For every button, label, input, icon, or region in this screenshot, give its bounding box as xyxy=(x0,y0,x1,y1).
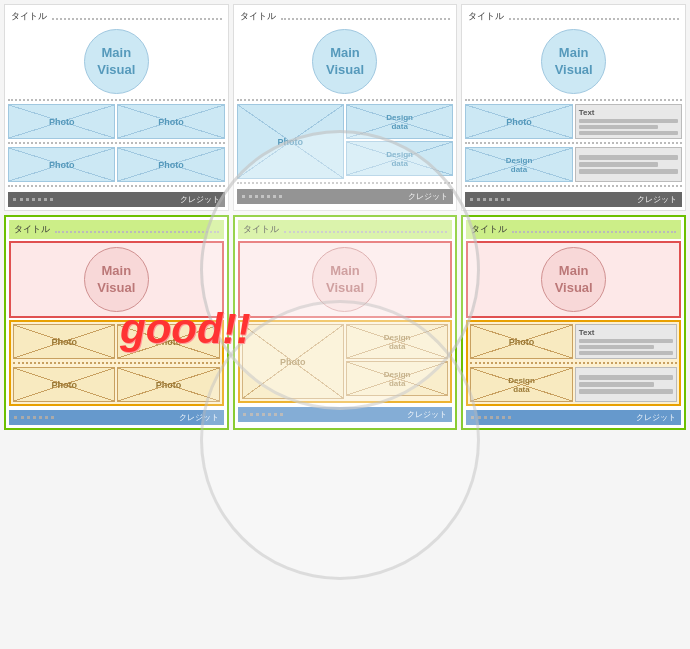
credit-bar-2: クレジット xyxy=(237,189,454,204)
sep-3 xyxy=(465,99,682,101)
bottom-credit-dots-1 xyxy=(14,416,54,419)
sep-2 xyxy=(237,99,454,101)
bottom-photo-1a: Photo xyxy=(13,324,115,359)
row-3b: Designdata xyxy=(465,147,682,182)
bottom-row-3b: Designdata xyxy=(470,367,677,402)
bottom-credit-dots-3 xyxy=(471,416,511,419)
bottom-sep-3 xyxy=(470,362,677,364)
text-col-3b xyxy=(575,147,682,182)
bottom-mv-1: MainVisual xyxy=(84,247,149,312)
title-1: タイトル xyxy=(11,10,47,23)
photo-row-1b: Photo Photo xyxy=(8,147,225,182)
text-col-3a: Text xyxy=(575,104,682,139)
main-visual-container-2: MainVisual xyxy=(237,27,454,96)
credit-label-2: クレジット xyxy=(408,191,448,202)
bottom-credit-3: クレジット xyxy=(466,410,681,425)
bottom-design-3: Designdata xyxy=(470,367,572,402)
bottom-design-2b: Designdata xyxy=(346,361,448,396)
credit-label-1: クレジット xyxy=(180,194,220,205)
row-3a: Photo Text xyxy=(465,104,682,139)
credit-label-3: クレジット xyxy=(637,194,677,205)
bottom-title-row-3: タイトル xyxy=(466,220,681,239)
photo-design-row: Photo Designdata Designdata xyxy=(237,104,454,179)
photo-col: Photo xyxy=(237,104,344,179)
bottom-photo-row-1b: Photo Photo xyxy=(13,367,220,402)
bottom-mv-3: MainVisual xyxy=(541,247,606,312)
sep-1 xyxy=(8,99,225,101)
bottom-dots-3 xyxy=(512,231,676,233)
title-row-2: タイトル xyxy=(237,8,454,25)
design-3: Designdata xyxy=(465,147,572,182)
bottom-yellow-section-3: Photo Text Designdata xyxy=(466,320,681,406)
bottom-title-row-2: タイトル xyxy=(238,220,453,239)
design-col: Designdata Designdata xyxy=(346,104,453,179)
bottom-credit-label-1: クレジット xyxy=(179,412,219,423)
main-visual-2: MainVisual xyxy=(312,29,377,94)
bottom-design-col-2: Designdata Designdata xyxy=(346,324,448,399)
good-label: good!! xyxy=(120,305,251,353)
main-visual-container-1: MainVisual xyxy=(8,27,225,96)
bottom-sep-1 xyxy=(13,362,220,364)
bottom-mv-container-3: MainVisual xyxy=(470,245,677,314)
credit-dots-1 xyxy=(13,198,53,201)
sep-1b xyxy=(8,142,225,144)
bottom-title-3: タイトル xyxy=(471,223,507,236)
sep-1c xyxy=(8,185,225,187)
bottom-photo-2a: Photo xyxy=(242,324,344,399)
bottom-photo-design-row: Photo Designdata Designdata xyxy=(242,324,449,399)
title-2: タイトル xyxy=(240,10,276,23)
photo-1b: Photo xyxy=(117,104,224,139)
title-3: タイトル xyxy=(468,10,504,23)
design-1: Designdata xyxy=(346,104,453,139)
main-visual-container-3: MainVisual xyxy=(465,27,682,96)
bottom-design-2a: Designdata xyxy=(346,324,448,359)
dots-1 xyxy=(52,18,222,20)
bottom-yellow-section-2: Photo Designdata Designdata xyxy=(238,320,453,403)
bottom-mv-container-1: MainVisual xyxy=(13,245,220,314)
credit-bar-1: クレジット xyxy=(8,192,225,207)
sep-3c xyxy=(465,185,682,187)
bottom-card-2: タイトル MainVisual Photo Designdata xyxy=(233,215,458,430)
bottom-credit-dots-2 xyxy=(243,413,283,416)
title-row-3: タイトル xyxy=(465,8,682,25)
bottom-title-1: タイトル xyxy=(14,223,50,236)
bottom-dots-2 xyxy=(284,231,448,233)
bottom-credit-1: クレジット xyxy=(9,410,224,425)
credit-dots-3 xyxy=(470,198,510,201)
title-row-1: タイトル xyxy=(8,8,225,25)
bottom-card-3: タイトル MainVisual Photo Text xyxy=(461,215,686,430)
bottom-credit-label-2: クレジット xyxy=(407,409,447,420)
bottom-title-row-1: タイトル xyxy=(9,220,224,239)
dots-2 xyxy=(281,18,451,20)
credit-bar-3: クレジット xyxy=(465,192,682,207)
bottom-row-3a: Photo Text xyxy=(470,324,677,359)
card-1: タイトル MainVisual Photo Photo Photo xyxy=(4,4,229,211)
bottom-title-2: タイトル xyxy=(243,223,279,236)
design-2: Designdata xyxy=(346,141,453,176)
photo-3a: Photo xyxy=(465,104,572,139)
card-2: タイトル MainVisual Photo Designdata xyxy=(233,4,458,211)
sep-3b xyxy=(465,142,682,144)
bottom-credit-2: クレジット xyxy=(238,407,453,422)
dots-3 xyxy=(509,18,679,20)
bottom-credit-label-3: クレジット xyxy=(636,412,676,423)
sep-2b xyxy=(237,182,454,184)
bottom-mv-2: MainVisual xyxy=(312,247,377,312)
photo-1c: Photo xyxy=(8,147,115,182)
bottom-section: タイトル MainVisual Photo Photo xyxy=(0,215,690,434)
bottom-mv-container-2: MainVisual xyxy=(242,245,449,314)
bottom-dots-1 xyxy=(55,231,219,233)
top-section: タイトル MainVisual Photo Photo Photo xyxy=(0,0,690,211)
photo-1d: Photo xyxy=(117,147,224,182)
main-visual-1: MainVisual xyxy=(84,29,149,94)
credit-dots-2 xyxy=(242,195,282,198)
photo-1a: Photo xyxy=(8,104,115,139)
photo-2a: Photo xyxy=(237,104,344,179)
photo-row-1a: Photo Photo xyxy=(8,104,225,139)
bottom-red-section-2: MainVisual xyxy=(238,241,453,318)
main-visual-3: MainVisual xyxy=(541,29,606,94)
bottom-red-section-3: MainVisual xyxy=(466,241,681,318)
bottom-photo-1c: Photo xyxy=(13,367,115,402)
bottom-text-col-3a: Text xyxy=(575,324,677,359)
bottom-photo-1d: Photo xyxy=(117,367,219,402)
